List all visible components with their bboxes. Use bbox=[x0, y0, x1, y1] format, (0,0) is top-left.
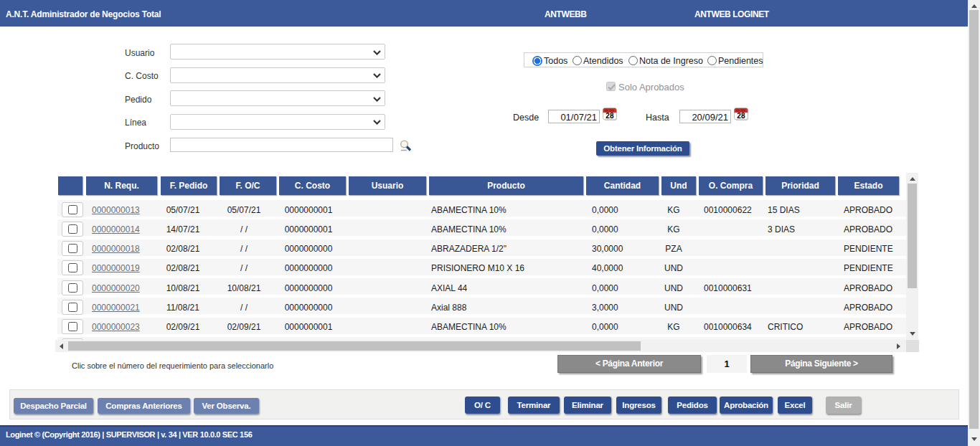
svg-text:28: 28 bbox=[606, 112, 614, 120]
svg-text:28: 28 bbox=[737, 112, 745, 120]
